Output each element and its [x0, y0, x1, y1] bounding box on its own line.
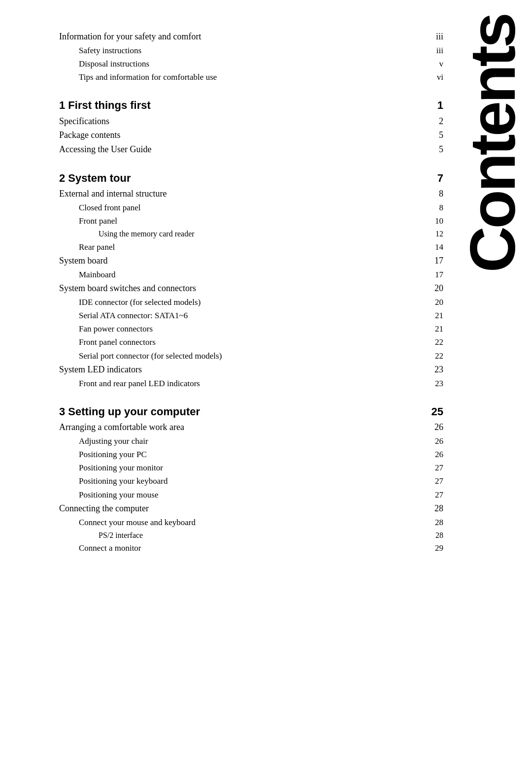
toc-entry: Disposal instructionsv	[59, 57, 443, 70]
section-gap	[59, 390, 443, 401]
toc-entry-page: iii	[424, 44, 443, 57]
toc-entry: System board17	[59, 254, 443, 268]
toc-entry: Package contents5	[59, 128, 443, 142]
toc-entry-page: 17	[424, 268, 443, 281]
toc-entry: 3 Setting up your computer25	[59, 401, 443, 420]
toc-entry-page: 20	[424, 296, 443, 309]
toc-entry-page: 29	[424, 541, 443, 555]
toc-entry-page: 5	[424, 128, 443, 142]
toc-entry: Using the memory card reader12	[59, 228, 443, 240]
toc-entry-text: Front and rear panel LED indicators	[59, 377, 200, 390]
toc-entry-page: 26	[424, 434, 443, 448]
section-gap	[59, 84, 443, 95]
toc-entry-text: 1 First things first	[59, 97, 151, 114]
toc-entry-text: System LED indicators	[59, 363, 142, 377]
toc-entry-text: Connect your mouse and keyboard	[59, 516, 196, 529]
toc-entry-page: 26	[424, 420, 443, 434]
toc-entry-page: 22	[424, 349, 443, 363]
toc-entry: Positioning your PC26	[59, 448, 443, 461]
toc-entry-page: 28	[424, 516, 443, 529]
toc-entry-page: 17	[424, 254, 443, 268]
toc-entry-page: 26	[424, 448, 443, 461]
toc-entry-page: 12	[424, 228, 443, 240]
toc-entry-page: 8	[424, 187, 443, 201]
vertical-title: Contents	[453, 0, 532, 763]
toc-entry: Serial port connector (for selected mode…	[59, 349, 443, 363]
toc-entry-text: Positioning your mouse	[59, 488, 159, 501]
toc-entry-text: Rear panel	[59, 240, 115, 254]
toc-entry-page: 1	[424, 97, 443, 114]
toc-entry-page: 21	[424, 309, 443, 322]
toc-entry-page: 5	[424, 142, 443, 157]
page-container: Information for your safety and comforti…	[0, 0, 532, 763]
toc-entry-page: 20	[424, 281, 443, 296]
toc-entry-page: 22	[424, 335, 443, 349]
toc-entry: Front panel connectors22	[59, 335, 443, 349]
toc-entry-text: Disposal instructions	[59, 57, 149, 70]
toc-entry: Front panel10	[59, 214, 443, 228]
toc-entry-text: Connect a monitor	[59, 541, 141, 555]
toc-entry: Fan power connectors21	[59, 322, 443, 335]
toc-entry-page: 7	[424, 169, 443, 187]
toc-entry-text: System board	[59, 254, 108, 268]
toc-entry-text: Specifications	[59, 114, 109, 129]
toc-entry-page: 27	[424, 474, 443, 488]
toc-entry: Front and rear panel LED indicators23	[59, 377, 443, 390]
toc-entry-text: Positioning your keyboard	[59, 474, 167, 488]
toc-entry-page: 2	[424, 114, 443, 129]
toc-entry-text: Using the memory card reader	[59, 228, 195, 240]
toc-entry: IDE connector (for selected models)20	[59, 296, 443, 309]
toc-entry-page: 23	[424, 363, 443, 377]
toc-entry: Closed front panel8	[59, 201, 443, 214]
toc-entry-text: Accessing the User Guide	[59, 142, 151, 157]
toc-entry: Serial ATA connector: SATA1~621	[59, 309, 443, 322]
toc-entry: Information for your safety and comforti…	[59, 30, 443, 44]
toc-entry-text: Adjusting your chair	[59, 434, 148, 448]
toc-entry: Accessing the User Guide5	[59, 142, 443, 157]
toc-entry-page: 10	[424, 214, 443, 228]
toc-entry: 2 System tour7	[59, 167, 443, 187]
toc-entry-page: 27	[424, 461, 443, 474]
toc-entry-text: Front panel connectors	[59, 335, 156, 349]
toc-entry: Positioning your monitor27	[59, 461, 443, 474]
toc-entry-text: IDE connector (for selected models)	[59, 296, 200, 309]
toc-entry: Rear panel14	[59, 240, 443, 254]
toc-entry-page: iii	[424, 30, 443, 44]
toc-entry-text: Positioning your monitor	[59, 461, 163, 474]
toc-entry-text: Information for your safety and comfort	[59, 30, 201, 44]
toc-entry-page: 25	[424, 403, 443, 420]
toc-entry-text: External and internal structure	[59, 187, 166, 201]
toc-entry-text: Closed front panel	[59, 201, 141, 214]
toc-entry: Mainboard17	[59, 268, 443, 281]
toc-entry: Specifications2	[59, 114, 443, 129]
toc-entry: Tips and information for comfortable use…	[59, 70, 443, 84]
toc-entry-text: Mainboard	[59, 268, 116, 281]
toc-entry-text: 3 Setting up your computer	[59, 403, 200, 420]
toc-entry: Arranging a comfortable work area26	[59, 420, 443, 434]
toc-entry-text: Safety instructions	[59, 44, 141, 57]
toc-entry-text: Connecting the computer	[59, 501, 149, 516]
toc-entry-text: Tips and information for comfortable use	[59, 70, 217, 84]
toc-entry-text: Front panel	[59, 214, 117, 228]
page-title: Contents	[461, 15, 525, 272]
toc-entry: PS/2 interface28	[59, 529, 443, 542]
toc-entry-text: Arranging a comfortable work area	[59, 420, 184, 434]
toc-entry-text: Serial port connector (for selected mode…	[59, 349, 222, 363]
toc-entry-page: 28	[424, 529, 443, 542]
toc-entry: System LED indicators23	[59, 363, 443, 377]
toc-entry-page: 28	[424, 501, 443, 516]
toc-entry-text: Fan power connectors	[59, 322, 153, 335]
toc-entry: Positioning your keyboard27	[59, 474, 443, 488]
toc-entry: System board switches and connectors20	[59, 281, 443, 296]
toc-entry-text: System board switches and connectors	[59, 281, 196, 296]
section-gap	[59, 157, 443, 167]
toc-entry-page: 14	[424, 240, 443, 254]
toc-entry: Connecting the computer28	[59, 501, 443, 516]
toc-entry: 1 First things first1	[59, 95, 443, 114]
toc-entry: External and internal structure8	[59, 187, 443, 201]
toc-entry: Connect a monitor29	[59, 541, 443, 555]
toc-entry-page: 8	[424, 201, 443, 214]
toc-content: Information for your safety and comforti…	[59, 30, 463, 555]
toc-entry-text: Serial ATA connector: SATA1~6	[59, 309, 188, 322]
toc-entry: Safety instructionsiii	[59, 44, 443, 57]
